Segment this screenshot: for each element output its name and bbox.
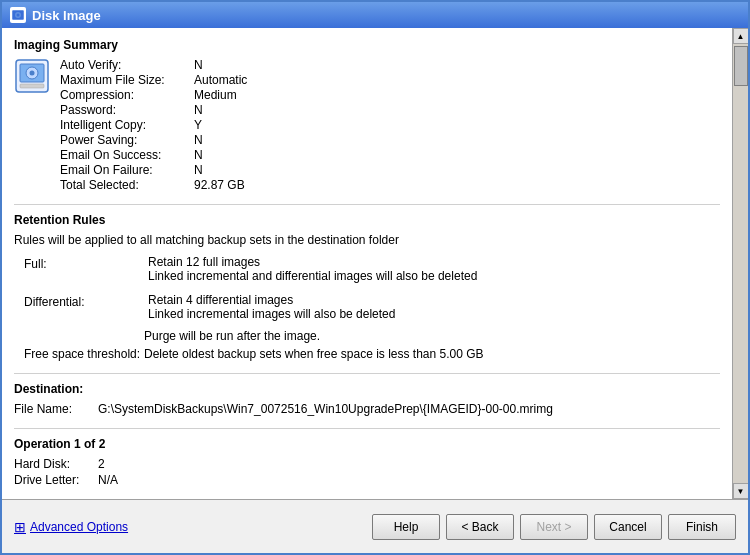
scrollbar-thumb[interactable]	[734, 46, 748, 86]
freespace-row: Free space threshold: Delete oldest back…	[24, 347, 720, 361]
value-filename: G:\SystemDiskBackups\Win7_0072516_Win10U…	[98, 402, 720, 416]
retention-note: Rules will be applied to all matching ba…	[14, 233, 720, 247]
label-power-saving: Power Saving:	[60, 133, 190, 147]
divider-2	[14, 373, 720, 374]
retention-table: Full: Retain 12 full images Linked incre…	[24, 255, 720, 321]
operation-table: Hard Disk: 2 Drive Letter: N/A	[14, 457, 720, 487]
diff-line2: Linked incremental images will also be d…	[148, 307, 720, 321]
imaging-summary-section: Auto Verify: N Maximum File Size: Automa…	[14, 58, 720, 192]
label-drive-letter: Drive Letter:	[14, 473, 94, 487]
imaging-icon	[14, 58, 50, 94]
label-total-selected: Total Selected:	[60, 178, 190, 192]
main-content: Imaging Summary Auto Verify: N Maximum F…	[2, 28, 732, 499]
advanced-options-icon: ⊞	[14, 519, 26, 535]
advanced-options-label: Advanced Options	[30, 520, 128, 534]
label-hard-disk: Hard Disk:	[14, 457, 94, 471]
scrollbar-up-btn[interactable]: ▲	[733, 28, 749, 44]
title-bar: Disk Image	[2, 2, 748, 28]
label-differential: Differential:	[24, 293, 144, 321]
retention-title: Retention Rules	[14, 213, 720, 227]
purge-note: Purge will be run after the image.	[144, 329, 720, 343]
value-max-file-size: Automatic	[194, 73, 247, 87]
value-auto-verify: N	[194, 58, 247, 72]
value-total-selected: 92.87 GB	[194, 178, 247, 192]
label-email-failure: Email On Failure:	[60, 163, 190, 177]
finish-button[interactable]: Finish	[668, 514, 736, 540]
summary-table: Auto Verify: N Maximum File Size: Automa…	[60, 58, 247, 192]
scrollbar-track[interactable]	[733, 44, 749, 483]
label-full: Full:	[24, 255, 144, 283]
footer-buttons: Help < Back Next > Cancel Finish	[372, 514, 736, 540]
cancel-button[interactable]: Cancel	[594, 514, 662, 540]
destination-title: Destination:	[14, 382, 720, 396]
destination-table: File Name: G:\SystemDiskBackups\Win7_007…	[14, 402, 720, 416]
label-filename: File Name:	[14, 402, 94, 416]
label-max-file-size: Maximum File Size:	[60, 73, 190, 87]
footer: ⊞ Advanced Options Help < Back Next > Ca…	[2, 499, 748, 553]
value-power-saving: N	[194, 133, 247, 147]
destination-section: Destination: File Name: G:\SystemDiskBac…	[14, 382, 720, 416]
value-email-failure: N	[194, 163, 247, 177]
advanced-options-link[interactable]: ⊞ Advanced Options	[14, 519, 128, 535]
value-drive-letter: N/A	[98, 473, 720, 487]
operation-title: Operation 1 of 2	[14, 437, 720, 451]
value-password: N	[194, 103, 247, 117]
svg-rect-7	[20, 84, 44, 88]
disk-icon	[10, 7, 26, 23]
label-intelligent-copy: Intelligent Copy:	[60, 118, 190, 132]
disk-image-dialog: Disk Image Imaging Summary Auto Verify	[0, 0, 750, 555]
value-intelligent-copy: Y	[194, 118, 247, 132]
value-hard-disk: 2	[98, 457, 720, 471]
content-area: Imaging Summary Auto Verify: N Maximum F…	[2, 28, 748, 499]
divider-3	[14, 428, 720, 429]
label-email-success: Email On Success:	[60, 148, 190, 162]
next-button[interactable]: Next >	[520, 514, 588, 540]
help-button[interactable]: Help	[372, 514, 440, 540]
svg-point-2	[17, 14, 20, 17]
label-freespace: Free space threshold:	[24, 347, 144, 361]
back-button[interactable]: < Back	[446, 514, 514, 540]
label-auto-verify: Auto Verify:	[60, 58, 190, 72]
imaging-summary-title: Imaging Summary	[14, 38, 720, 52]
scrollbar-down-btn[interactable]: ▼	[733, 483, 749, 499]
full-line1: Retain 12 full images	[148, 255, 720, 269]
full-line2: Linked incremental and differential imag…	[148, 269, 720, 283]
scrollbar[interactable]: ▲ ▼	[732, 28, 748, 499]
svg-point-6	[30, 71, 35, 76]
value-email-success: N	[194, 148, 247, 162]
value-differential: Retain 4 differential images Linked incr…	[148, 293, 720, 321]
diff-line1: Retain 4 differential images	[148, 293, 720, 307]
divider-1	[14, 204, 720, 205]
retention-section: Retention Rules Rules will be applied to…	[14, 213, 720, 361]
value-full: Retain 12 full images Linked incremental…	[148, 255, 720, 283]
value-freespace: Delete oldest backup sets when free spac…	[144, 347, 720, 361]
value-compression: Medium	[194, 88, 247, 102]
label-password: Password:	[60, 103, 190, 117]
operation-section: Operation 1 of 2 Hard Disk: 2 Drive Lett…	[14, 437, 720, 487]
title-text: Disk Image	[32, 8, 101, 23]
label-compression: Compression:	[60, 88, 190, 102]
